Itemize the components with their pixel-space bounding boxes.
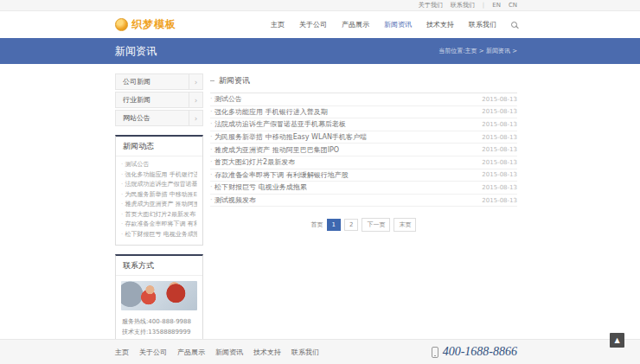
side-news-link[interactable]: 测试公告: [121, 160, 197, 170]
nav-item-products[interactable]: 产品展示: [342, 20, 369, 29]
breadcrumb[interactable]: 当前位置:主页 > 新闻资讯 >: [438, 47, 517, 55]
contact-hotline: 服务热线:400-888-9988: [122, 316, 196, 327]
article-title: 为民服务新举措 中移动推Easy WLAN手机客户端: [210, 132, 367, 142]
article-date: 2015-08-13: [475, 108, 517, 115]
article-title: 存款准备金率即将下调 有利缓解银行地产股: [210, 170, 349, 180]
sidebar-item-industry-news[interactable]: 行业新闻 ›: [115, 92, 203, 108]
arrow-up-icon: ▲: [614, 336, 619, 344]
sidebar-item-company-news[interactable]: 公司新闻 ›: [115, 73, 203, 90]
article-title: 首页大图幻灯片2最新发布: [210, 157, 295, 167]
topbar-lang-en[interactable]: EN: [492, 2, 501, 9]
chevron-right-icon: ›: [189, 110, 202, 126]
news-updates-title: 新闻动态: [116, 137, 202, 156]
side-news-link[interactable]: 法院成功追诉生产假冒诺基亚手机幕后老板: [121, 180, 197, 190]
back-to-top-button[interactable]: ▲: [610, 333, 624, 348]
nav-item-about[interactable]: 关于公司: [299, 20, 327, 29]
category-label: 网站公告: [123, 113, 150, 123]
article-row[interactable]: 强化多功能应用 手机银行进入普及期 2015-08-13: [210, 106, 517, 119]
footer-nav-support[interactable]: 技术支持: [253, 348, 281, 357]
footer-phone: 400-1688-8866: [432, 345, 517, 359]
contact-panel-title: 联系方式: [116, 256, 202, 276]
article-date: 2015-08-13: [475, 146, 517, 153]
news-list: 新闻资讯 测试公告 2015-08-13 强化多功能应用 手机银行进入普及期 2…: [210, 73, 517, 364]
search-icon[interactable]: [511, 22, 517, 28]
news-list-title: 新闻资讯: [219, 75, 250, 86]
topbar-link-contact[interactable]: 联系我们: [451, 1, 475, 10]
page-title: 新闻资讯: [115, 44, 157, 59]
news-updates-panel: 新闻动态 测试公告 强化多功能应用 手机银行进入普及期 法院成功追诉生产假冒诺基…: [115, 135, 203, 246]
article-date: 2015-08-13: [475, 121, 517, 128]
footer-nav-products[interactable]: 产品展示: [177, 348, 205, 357]
pagination-page-1[interactable]: 1: [327, 219, 341, 231]
pagination-last[interactable]: 末页: [394, 218, 416, 232]
pagination-page-2[interactable]: 2: [344, 219, 358, 231]
article-row[interactable]: 为民服务新举措 中移动推Easy WLAN手机客户端 2015-08-13: [210, 131, 517, 144]
article-title: 强化多功能应用 手机银行进入普及期: [210, 107, 328, 117]
chevron-right-icon: ›: [189, 92, 202, 108]
article-row[interactable]: 存款准备金率即将下调 有利缓解银行地产股 2015-08-13: [210, 169, 517, 182]
nav-item-home[interactable]: 主页: [271, 20, 285, 29]
content-area: 公司新闻 › 行业新闻 › 网站公告 › 新闻动态 测试公告 强化多功能应用 手…: [115, 64, 517, 364]
article-title: 雅虎成为亚洲资产 推动阿里巴巴集团IPO: [210, 145, 339, 155]
nav-item-support[interactable]: 技术支持: [426, 20, 454, 29]
footer-nav: 主页 关于公司 产品展示 新闻资讯 技术支持 联系我们: [115, 348, 319, 357]
customer-service-photo: [121, 281, 197, 310]
topbar-separator: |: [483, 2, 484, 9]
side-news-link[interactable]: 强化多功能应用 手机银行进入普及期: [121, 170, 197, 181]
pagination-next[interactable]: 下一页: [362, 218, 390, 232]
sidebar-item-site-notice[interactable]: 网站公告 ›: [115, 110, 203, 126]
article-row[interactable]: 测试公告 2015-08-13: [210, 93, 517, 106]
article-date: 2015-08-13: [475, 96, 517, 103]
footer: 主页 关于公司 产品展示 新闻资讯 技术支持 联系我们 400-1688-886…: [0, 339, 640, 364]
logo-coin-icon: [115, 18, 128, 31]
footer-nav-news[interactable]: 新闻资讯: [215, 348, 243, 357]
article-row[interactable]: 首页大图幻灯片2最新发布 2015-08-13: [210, 156, 517, 169]
footer-phone-number: 400-1688-8866: [443, 345, 517, 359]
side-news-link[interactable]: 为民服务新举措 中移动推Easy WLAN手机客户端: [121, 190, 197, 201]
topbar-link-about[interactable]: 关于我们: [419, 1, 443, 10]
article-date: 2015-08-13: [475, 197, 517, 204]
article-date: 2015-08-13: [475, 171, 517, 178]
side-news-link[interactable]: 松下财报巨亏 电视业务成拖累: [121, 230, 197, 240]
dash-icon: [210, 80, 214, 81]
category-label: 公司新闻: [123, 77, 150, 86]
pagination-first[interactable]: 首页: [311, 220, 323, 229]
article-date: 2015-08-13: [475, 134, 517, 141]
category-label: 行业新闻: [123, 95, 150, 105]
logo-text: 织梦模板: [131, 17, 176, 32]
article-row[interactable]: 测试视频发布 2015-08-13: [210, 195, 517, 208]
side-news-link[interactable]: 首页大图幻灯片2最新发布: [121, 210, 197, 220]
footer-nav-about[interactable]: 关于公司: [139, 348, 167, 357]
chevron-right-icon: ›: [189, 73, 202, 90]
side-news-link[interactable]: 存款准备金率即将下调 有利缓解银行地产股: [121, 220, 197, 230]
article-title: 测试公告: [210, 94, 242, 104]
topbar-lang-cn[interactable]: CN: [509, 2, 517, 9]
nav-item-contact[interactable]: 联系我们: [469, 20, 496, 29]
article-title: 松下财报巨亏 电视业务成拖累: [210, 182, 307, 192]
pagination: 首页 1 2 下一页 末页: [210, 218, 517, 232]
article-row[interactable]: 法院成功追诉生产假冒诺基亚手机幕后老板 2015-08-13: [210, 118, 517, 131]
site-logo[interactable]: 织梦模板: [115, 17, 176, 32]
footer-nav-home[interactable]: 主页: [115, 348, 129, 357]
main-nav: 主页 关于公司 产品展示 新闻资讯 技术支持 联系我们: [271, 20, 517, 29]
article-row[interactable]: 松下财报巨亏 电视业务成拖累 2015-08-13: [210, 182, 517, 195]
phone-icon: [432, 347, 438, 358]
header: 织梦模板 主页 关于公司 产品展示 新闻资讯 技术支持 联系我们: [0, 11, 640, 38]
sidebar: 公司新闻 › 行业新闻 › 网站公告 › 新闻动态 测试公告 强化多功能应用 手…: [115, 73, 203, 364]
side-news-link[interactable]: 雅虎成为亚洲资产 推动阿里巴巴集团IPO: [121, 200, 197, 210]
nav-item-news[interactable]: 新闻资讯: [384, 20, 412, 29]
article-title: 法院成功追诉生产假冒诺基亚手机幕后老板: [210, 119, 346, 129]
article-date: 2015-08-13: [475, 159, 517, 166]
article-row[interactable]: 雅虎成为亚洲资产 推动阿里巴巴集团IPO 2015-08-13: [210, 144, 517, 156]
article-date: 2015-08-13: [475, 184, 517, 191]
contact-support: 技术支持:13588889999: [122, 327, 196, 337]
page-banner: 新闻资讯 当前位置:主页 > 新闻资讯 >: [0, 38, 640, 64]
topbar: 关于我们 联系我们 | EN CN: [0, 0, 640, 11]
footer-nav-contact[interactable]: 联系我们: [291, 348, 319, 357]
article-title: 测试视频发布: [210, 195, 256, 205]
